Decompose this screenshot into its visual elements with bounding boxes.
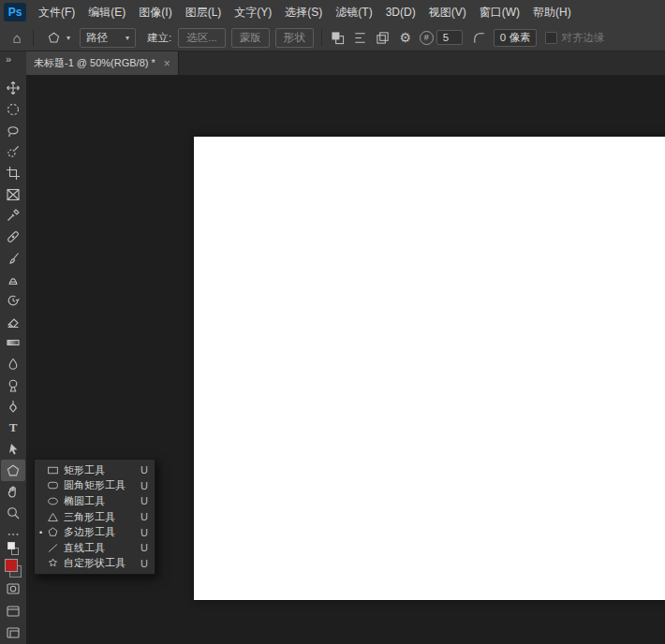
menu-filter[interactable]: 滤镜(T) (329, 0, 378, 24)
menu-select[interactable]: 选择(S) (278, 0, 329, 24)
flyout-item-shortcut: U (140, 511, 148, 522)
active-tool-bullet: • (37, 528, 45, 537)
tool-mode-select[interactable]: 路径 ▾ (80, 28, 136, 48)
make-selection-button[interactable]: 选区... (178, 28, 226, 48)
path-operations-icon[interactable] (327, 27, 349, 48)
menu-layer[interactable]: 图层(L) (179, 0, 229, 24)
menu-3d[interactable]: 3D(D) (379, 0, 422, 24)
marquee-tool[interactable] (1, 98, 25, 120)
flyout-item-label: 自定形状工具 (64, 556, 126, 570)
type-tool[interactable]: T (1, 417, 25, 439)
menu-window[interactable]: 窗口(W) (473, 0, 526, 24)
pen-tool[interactable] (1, 396, 25, 417)
separator (321, 29, 322, 46)
sides-icon: # (420, 31, 434, 45)
flyout-item-line-tool[interactable]: 直线工具 U (35, 540, 155, 556)
menu-help[interactable]: 帮助(H) (526, 0, 578, 24)
polygon-preset-icon (42, 27, 65, 48)
quick-mask-button[interactable] (1, 578, 25, 600)
quick-selection-tool[interactable] (1, 141, 25, 163)
clone-stamp-tool[interactable] (1, 269, 25, 290)
eyedropper-tool[interactable] (1, 205, 25, 227)
lasso-tool[interactable] (1, 120, 25, 141)
flyout-item-rounded-rectangle-tool[interactable]: 圆角矩形工具 U (35, 478, 155, 494)
document-tab[interactable]: 未标题-1 @ 50%(RGB/8) * × (26, 51, 179, 75)
gradient-tool[interactable] (1, 332, 25, 354)
flyout-item-shortcut: U (140, 527, 148, 538)
fullscreen-mode-button[interactable] (1, 622, 25, 644)
history-brush-tool[interactable] (1, 290, 25, 312)
flyout-item-shortcut: U (140, 495, 148, 506)
polygon-sides-field: # 5 (420, 30, 463, 45)
triangle-icon (45, 511, 60, 523)
rounded-rectangle-icon (45, 479, 60, 491)
flyout-item-triangle-tool[interactable]: 三角形工具 U (35, 509, 155, 525)
document-canvas[interactable] (194, 137, 665, 600)
flyout-item-label: 圆角矩形工具 (64, 478, 126, 492)
spot-healing-tool[interactable] (1, 227, 25, 248)
photoshop-logo-icon: Ps (4, 3, 26, 22)
flyout-item-ellipse-tool[interactable]: 椭圆工具 U (35, 493, 155, 509)
flyout-item-label: 直线工具 (64, 541, 105, 555)
path-selection-tool[interactable] (1, 438, 25, 460)
flyout-item-label: 三角形工具 (64, 510, 115, 524)
chevron-down-icon: ▾ (126, 34, 129, 42)
dodge-tool[interactable] (1, 374, 25, 396)
blur-tool[interactable] (1, 354, 25, 375)
frame-tool[interactable] (1, 183, 25, 205)
line-icon (45, 542, 60, 554)
tool-mode-value: 路径 (86, 31, 108, 45)
flyout-item-label: 椭圆工具 (64, 494, 105, 508)
flyout-item-polygon-tool[interactable]: • 多边形工具 U (35, 524, 155, 540)
checkbox-icon (545, 32, 557, 44)
default-colors-icon[interactable] (6, 542, 21, 555)
foreground-color-swatch[interactable] (5, 559, 18, 572)
align-edges-checkbox[interactable]: 对齐边缘 (545, 31, 604, 45)
zoom-tool[interactable] (1, 503, 25, 524)
move-tool[interactable] (1, 78, 25, 99)
flyout-item-custom-shape-tool[interactable]: 自定形状工具 U (35, 556, 155, 572)
flyout-item-rectangle-tool[interactable]: 矩形工具 U (35, 462, 155, 478)
corner-radius-icon (468, 27, 491, 48)
ellipse-icon (45, 495, 60, 507)
corner-radius-input[interactable]: 0 像素 (494, 29, 538, 47)
crop-tool[interactable] (1, 163, 25, 184)
screen-mode-button[interactable] (1, 600, 25, 622)
close-icon[interactable]: × (164, 57, 170, 70)
sides-input[interactable]: 5 (436, 30, 463, 45)
brush-tool[interactable] (1, 247, 25, 269)
gear-icon[interactable]: ⚙ (394, 27, 417, 48)
toolbar-collapse-icon[interactable]: » (0, 53, 11, 68)
menu-edit[interactable]: 编辑(E) (81, 0, 132, 24)
eraser-tool[interactable] (1, 311, 25, 332)
document-tab-bar: 未标题-1 @ 50%(RGB/8) * × (26, 51, 665, 75)
menu-view[interactable]: 视图(V) (422, 0, 473, 24)
make-mask-button[interactable]: 蒙版 (231, 28, 270, 48)
tool-preset-picker[interactable]: ▾ (38, 27, 74, 48)
rectangle-icon (45, 464, 60, 476)
menu-image[interactable]: 图像(I) (132, 0, 178, 24)
shape-tool[interactable] (1, 460, 25, 481)
path-alignment-icon[interactable] (349, 27, 372, 48)
home-button[interactable]: ⌂ (6, 27, 28, 48)
align-edges-label: 对齐边缘 (561, 31, 604, 45)
menu-bar: Ps 文件(F) 编辑(E) 图像(I) 图层(L) 文字(Y) 选择(S) 滤… (0, 0, 665, 25)
chevron-down-icon: ▾ (66, 34, 70, 42)
flyout-item-shortcut: U (140, 542, 148, 553)
mini-foreground-swatch (7, 542, 15, 549)
make-shape-button[interactable]: 形状 (275, 28, 314, 48)
hand-tool[interactable] (1, 481, 25, 503)
polygon-icon (45, 526, 60, 538)
menu-type[interactable]: 文字(Y) (228, 0, 278, 24)
flyout-item-shortcut: U (140, 558, 148, 569)
color-swatches (5, 559, 22, 578)
separator (33, 29, 34, 46)
path-arrangement-icon[interactable] (372, 27, 394, 48)
flyout-item-shortcut: U (140, 464, 148, 476)
flyout-item-label: 多边形工具 (64, 525, 115, 539)
edit-toolbar-button[interactable]: ⋯ (7, 527, 20, 540)
menu-file[interactable]: 文件(F) (32, 0, 81, 24)
corner-radius-field: 0 像素 (468, 27, 538, 48)
options-bar: ⌂ ▾ 路径 ▾ 建立: 选区... 蒙版 形状 ⚙ # 5 0 像素 对齐边缘 (0, 24, 665, 51)
document-tab-title: 未标题-1 @ 50%(RGB/8) * (34, 56, 155, 70)
